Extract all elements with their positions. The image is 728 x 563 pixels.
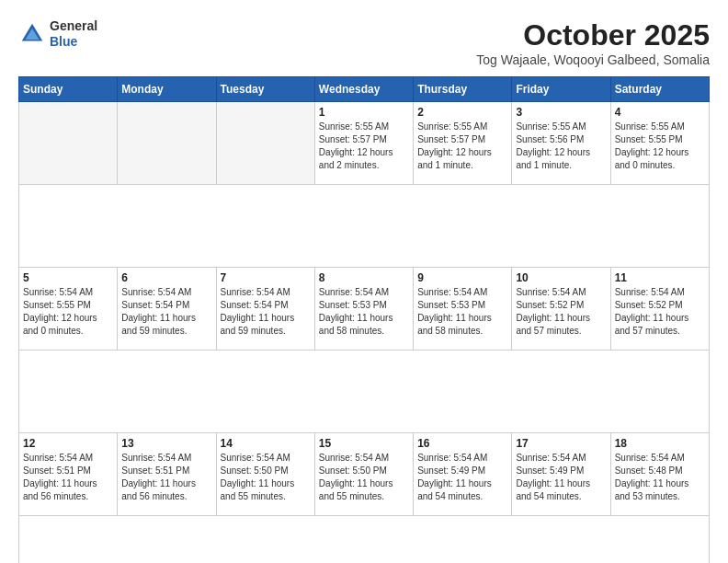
day-cell: 18Sunrise: 5:54 AMSunset: 5:48 PMDayligh… — [610, 433, 709, 516]
separator-cell — [19, 516, 710, 564]
day-number: 8 — [319, 271, 409, 284]
calendar-header: SundayMondayTuesdayWednesdayThursdayFrid… — [19, 77, 710, 102]
day-number: 3 — [516, 106, 606, 119]
week-separator — [19, 516, 710, 564]
day-cell — [19, 102, 118, 185]
day-number: 16 — [417, 437, 507, 450]
day-cell: 16Sunrise: 5:54 AMSunset: 5:49 PMDayligh… — [414, 433, 512, 516]
day-cell: 5Sunrise: 5:54 AMSunset: 5:55 PMDaylight… — [19, 268, 118, 350]
day-info: Sunrise: 5:54 AMSunset: 5:49 PMDaylight:… — [516, 452, 606, 503]
day-info: Sunrise: 5:54 AMSunset: 5:50 PMDaylight:… — [319, 452, 409, 503]
day-info: Sunrise: 5:54 AMSunset: 5:49 PMDaylight:… — [417, 452, 507, 503]
day-info: Sunrise: 5:54 AMSunset: 5:48 PMDaylight:… — [615, 452, 705, 503]
separator-cell — [19, 350, 710, 433]
day-header-wednesday: Wednesday — [314, 77, 413, 102]
day-cell: 9Sunrise: 5:54 AMSunset: 5:53 PMDaylight… — [414, 268, 512, 350]
day-info: Sunrise: 5:55 AMSunset: 5:57 PMDaylight:… — [319, 121, 409, 172]
week-separator — [19, 185, 710, 268]
day-cell: 6Sunrise: 5:54 AMSunset: 5:54 PMDaylight… — [118, 268, 216, 350]
day-info: Sunrise: 5:54 AMSunset: 5:54 PMDaylight:… — [221, 286, 311, 338]
day-info: Sunrise: 5:54 AMSunset: 5:53 PMDaylight:… — [417, 286, 507, 338]
location-title: Tog Wajaale, Woqooyi Galbeed, Somalia — [476, 52, 710, 67]
logo-general: General — [50, 18, 97, 34]
day-cell: 1Sunrise: 5:55 AMSunset: 5:57 PMDaylight… — [314, 102, 413, 185]
day-info: Sunrise: 5:54 AMSunset: 5:53 PMDaylight:… — [319, 286, 409, 338]
week-row-3: 12Sunrise: 5:54 AMSunset: 5:51 PMDayligh… — [19, 433, 710, 516]
day-cell: 8Sunrise: 5:54 AMSunset: 5:53 PMDaylight… — [314, 268, 413, 350]
day-info: Sunrise: 5:55 AMSunset: 5:55 PMDaylight:… — [615, 121, 705, 172]
day-cell: 2Sunrise: 5:55 AMSunset: 5:57 PMDaylight… — [414, 102, 512, 185]
week-separator — [19, 350, 710, 433]
day-info: Sunrise: 5:55 AMSunset: 5:57 PMDaylight:… — [417, 121, 507, 172]
day-info: Sunrise: 5:54 AMSunset: 5:54 PMDaylight:… — [121, 286, 211, 338]
day-header-sunday: Sunday — [19, 77, 118, 102]
day-number: 6 — [121, 271, 211, 284]
day-cell — [118, 102, 216, 185]
title-block: October 2025 Tog Wajaale, Woqooyi Galbee… — [476, 18, 710, 67]
day-number: 11 — [615, 271, 705, 284]
day-number: 10 — [516, 271, 606, 284]
day-number: 7 — [221, 271, 311, 284]
day-number: 9 — [417, 271, 507, 284]
day-number: 1 — [319, 106, 409, 119]
day-cell: 4Sunrise: 5:55 AMSunset: 5:55 PMDaylight… — [610, 102, 709, 185]
day-info: Sunrise: 5:54 AMSunset: 5:52 PMDaylight:… — [615, 286, 705, 338]
day-cell: 14Sunrise: 5:54 AMSunset: 5:50 PMDayligh… — [216, 433, 314, 516]
calendar-body: 1Sunrise: 5:55 AMSunset: 5:57 PMDaylight… — [19, 102, 710, 564]
day-cell: 7Sunrise: 5:54 AMSunset: 5:54 PMDaylight… — [216, 268, 314, 350]
day-cell: 15Sunrise: 5:54 AMSunset: 5:50 PMDayligh… — [314, 433, 413, 516]
week-row-1: 1Sunrise: 5:55 AMSunset: 5:57 PMDaylight… — [19, 102, 710, 185]
day-number: 14 — [221, 437, 311, 450]
calendar-table: SundayMondayTuesdayWednesdayThursdayFrid… — [18, 76, 710, 563]
day-header-saturday: Saturday — [610, 77, 709, 102]
month-title: October 2025 — [476, 18, 710, 52]
day-header-friday: Friday — [512, 77, 610, 102]
day-info: Sunrise: 5:54 AMSunset: 5:52 PMDaylight:… — [516, 286, 606, 338]
day-number: 18 — [615, 437, 705, 450]
logo-text: General Blue — [50, 18, 97, 50]
day-info: Sunrise: 5:54 AMSunset: 5:51 PMDaylight:… — [121, 452, 211, 503]
logo-blue: Blue — [50, 34, 97, 50]
days-of-week-row: SundayMondayTuesdayWednesdayThursdayFrid… — [19, 77, 710, 102]
day-header-monday: Monday — [118, 77, 216, 102]
day-cell: 12Sunrise: 5:54 AMSunset: 5:51 PMDayligh… — [19, 433, 118, 516]
week-row-2: 5Sunrise: 5:54 AMSunset: 5:55 PMDaylight… — [19, 268, 710, 350]
day-info: Sunrise: 5:55 AMSunset: 5:56 PMDaylight:… — [516, 121, 606, 172]
day-number: 5 — [23, 271, 113, 284]
day-number: 12 — [23, 437, 113, 450]
day-number: 13 — [121, 437, 211, 450]
logo-icon — [18, 20, 46, 48]
day-cell — [216, 102, 314, 185]
day-info: Sunrise: 5:54 AMSunset: 5:51 PMDaylight:… — [23, 452, 113, 503]
day-number: 17 — [516, 437, 606, 450]
day-info: Sunrise: 5:54 AMSunset: 5:55 PMDaylight:… — [23, 286, 113, 338]
day-cell: 17Sunrise: 5:54 AMSunset: 5:49 PMDayligh… — [512, 433, 610, 516]
day-info: Sunrise: 5:54 AMSunset: 5:50 PMDaylight:… — [221, 452, 311, 503]
day-header-thursday: Thursday — [414, 77, 512, 102]
day-cell: 11Sunrise: 5:54 AMSunset: 5:52 PMDayligh… — [610, 268, 709, 350]
separator-cell — [19, 185, 710, 268]
day-number: 2 — [417, 106, 507, 119]
day-cell: 13Sunrise: 5:54 AMSunset: 5:51 PMDayligh… — [118, 433, 216, 516]
page-header: General Blue October 2025 Tog Wajaale, W… — [18, 18, 710, 67]
day-number: 15 — [319, 437, 409, 450]
day-cell: 10Sunrise: 5:54 AMSunset: 5:52 PMDayligh… — [512, 268, 610, 350]
day-cell: 3Sunrise: 5:55 AMSunset: 5:56 PMDaylight… — [512, 102, 610, 185]
logo: General Blue — [18, 18, 97, 50]
day-header-tuesday: Tuesday — [216, 77, 314, 102]
day-number: 4 — [615, 106, 705, 119]
